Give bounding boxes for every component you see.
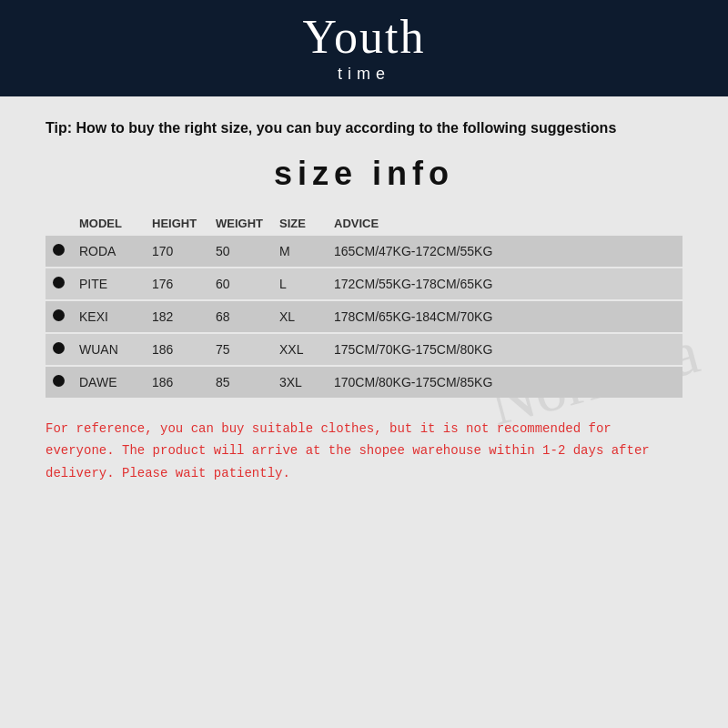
row-model: PITE — [72, 268, 145, 300]
row-size: M — [272, 236, 327, 268]
row-size: 3XL — [272, 366, 327, 398]
brand-title: Youth — [0, 11, 728, 63]
row-advice: 178CM/65KG-184CM/70KG — [327, 300, 682, 333]
row-size: XL — [272, 300, 327, 333]
table-header-row: MODEL HEIGHT WEIGHT SIZE ADVICE — [46, 211, 682, 236]
row-size: XXL — [272, 333, 327, 366]
brand-subtitle: time — [0, 65, 728, 84]
row-model: DAWE — [72, 366, 145, 398]
row-advice: 172CM/55KG-178CM/65KG — [327, 268, 682, 300]
table-row: KEXI 182 68 XL 178CM/65KG-184CM/70KG — [46, 300, 682, 333]
th-advice: ADVICE — [327, 211, 682, 236]
row-model: RODA — [72, 236, 145, 268]
table-row: WUAN 186 75 XXL 175CM/70KG-175CM/80KG — [46, 333, 682, 366]
row-dot — [46, 333, 72, 366]
row-advice: 175CM/70KG-175CM/80KG — [327, 333, 682, 366]
row-weight: 50 — [208, 236, 272, 268]
main-content: Norrisea Tip: How to buy the right size,… — [0, 96, 728, 502]
th-height: HEIGHT — [145, 211, 208, 236]
size-info-title: size info — [46, 155, 682, 193]
row-weight: 85 — [208, 366, 272, 398]
row-height: 170 — [145, 236, 208, 268]
th-dot — [46, 211, 72, 236]
table-row: RODA 170 50 M 165CM/47KG-172CM/55KG — [46, 236, 682, 268]
row-dot — [46, 366, 72, 398]
row-dot — [46, 300, 72, 333]
th-weight: WEIGHT — [208, 211, 272, 236]
table-row: PITE 176 60 L 172CM/55KG-178CM/65KG — [46, 268, 682, 300]
tip-text: Tip: How to buy the right size, you can … — [46, 116, 682, 140]
row-advice: 170CM/80KG-175CM/85KG — [327, 366, 682, 398]
row-model: WUAN — [72, 333, 145, 366]
row-weight: 75 — [208, 333, 272, 366]
size-table: MODEL HEIGHT WEIGHT SIZE ADVICE RODA 170… — [46, 211, 682, 398]
th-model: MODEL — [72, 211, 145, 236]
table-row: DAWE 186 85 3XL 170CM/80KG-175CM/85KG — [46, 366, 682, 398]
row-size: L — [272, 268, 327, 300]
row-height: 176 — [145, 268, 208, 300]
row-height: 186 — [145, 333, 208, 366]
th-size: SIZE — [272, 211, 327, 236]
row-weight: 60 — [208, 268, 272, 300]
row-height: 182 — [145, 300, 208, 333]
row-advice: 165CM/47KG-172CM/55KG — [327, 236, 682, 268]
row-dot — [46, 268, 72, 300]
header: Youth time — [0, 0, 728, 96]
row-model: KEXI — [72, 300, 145, 333]
row-weight: 68 — [208, 300, 272, 333]
row-dot — [46, 236, 72, 268]
row-height: 186 — [145, 366, 208, 398]
footer-note: For reference, you can buy suitable clot… — [46, 418, 682, 485]
